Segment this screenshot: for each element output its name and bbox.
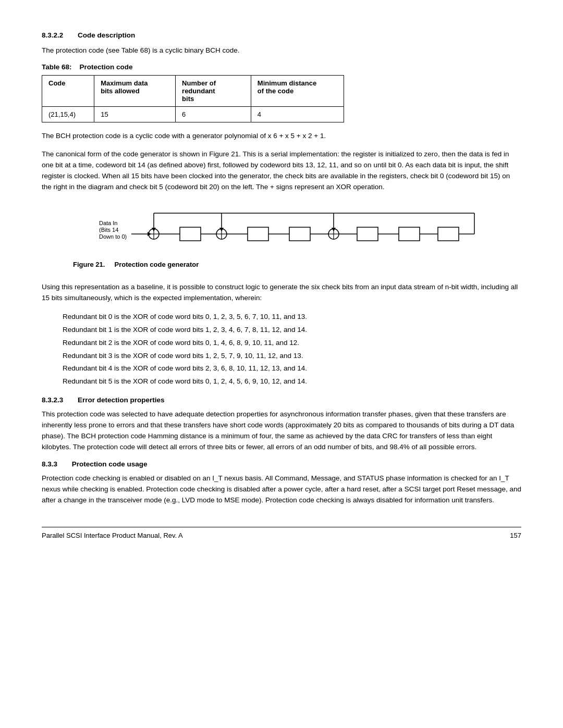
section-8323-number: 8.3.2.3 [42,396,63,404]
cell-code: (21,15,4) [42,107,94,122]
svg-text:(Bits 14: (Bits 14 [99,227,118,233]
redundant-bit-0: Redundant bit 0 is the XOR of code word … [63,311,521,323]
svg-rect-25 [399,227,420,241]
section-833-number: 8.3.3 [42,460,57,468]
svg-rect-27 [438,227,459,241]
footer-left: Parallel SCSI Interface Product Manual, … [42,532,183,539]
table-row: (21,15,4) 15 6 4 [42,107,344,122]
figure-21-container: Data In (Bits 14 Down to 0) [42,205,521,277]
svg-marker-36 [332,228,336,231]
section-8323-title: Error detection properties [78,396,165,404]
cell-mindist: 4 [251,107,344,122]
section-8322-heading: 8.3.2.2 Code description [42,31,521,39]
svg-rect-9 [180,227,201,241]
section-8322-title: Code description [78,31,135,39]
redundant-bit-4: Redundant bit 4 is the XOR of code word … [63,363,521,375]
redundant-bit-2: Redundant bit 2 is the XOR of code word … [63,337,521,349]
figure-21-diagram: Data In (Bits 14 Down to 0) [94,205,469,257]
svg-rect-23 [357,227,378,241]
svg-rect-15 [248,227,268,241]
svg-rect-17 [289,227,310,241]
circuit-diagram-svg: Data In (Bits 14 Down to 0) [94,205,485,263]
footer: Parallel SCSI Interface Product Manual, … [42,527,521,539]
cell-redundant: 6 [176,107,251,122]
col-header-mindist: Minimum distanceof the code [251,76,344,107]
svg-marker-32 [152,228,156,231]
section-8323-heading: 8.3.2.3 Error detection properties [42,396,521,404]
col-header-code: Code [42,76,94,107]
redundant-bit-3: Redundant bit 3 is the XOR of code word … [63,350,521,362]
col-header-redundant: Number ofredundantbits [176,76,251,107]
section-833-title: Protection code usage [72,460,148,468]
svg-text:Down to 0): Down to 0) [99,233,127,240]
table-caption: Table 68: Protection code [42,63,521,71]
using-text: Using this representation as a baseline,… [42,282,521,304]
intro-text: The protection code (see Table 68) is a … [42,45,521,56]
bch-text: The BCH protection code is a cyclic code… [42,131,521,142]
svg-text:Data In: Data In [99,220,117,226]
svg-marker-34 [219,228,224,231]
canonical-text: The canonical form of the code generator… [42,149,521,193]
cell-maxdata: 15 [94,107,176,122]
footer-right: 157 [510,532,521,539]
section-8322-number: 8.3.2.2 [42,31,63,39]
col-header-maxdata: Maximum databits allowed [94,76,176,107]
redundant-bit-1: Redundant bit 1 is the XOR of code word … [63,324,521,336]
protection-code-usage-text: Protection code checking is enabled or d… [42,473,521,506]
redundant-bit-5: Redundant bit 5 is the XOR of code word … [63,376,521,388]
section-833-heading: 8.3.3 Protection code usage [42,460,521,468]
redundant-bits-list: Redundant bit 0 is the XOR of code word … [63,311,521,388]
protection-table: Code Maximum databits allowed Number ofr… [42,75,344,122]
error-detection-text: This protection code was selected to hav… [42,409,521,453]
